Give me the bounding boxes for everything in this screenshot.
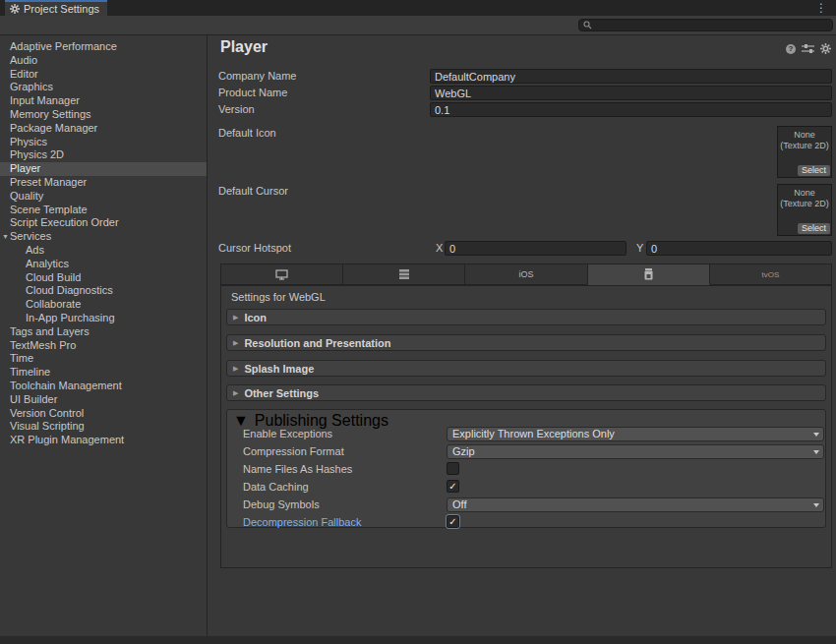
window-tab-title: Project Settings — [24, 3, 99, 15]
debug-symbols-dropdown[interactable]: Off — [447, 498, 824, 512]
tab-standalone[interactable] — [220, 263, 343, 285]
sidebar-item-graphics[interactable]: Graphics — [0, 81, 207, 94]
sidebar-item-physics-2d[interactable]: Physics 2D — [0, 148, 207, 162]
product-name-field[interactable] — [430, 86, 832, 100]
sidebar-item-tags-and-layers[interactable]: Tags and Layers — [0, 325, 207, 339]
sidebar-item-toolchain-management[interactable]: Toolchain Management — [0, 380, 207, 393]
company-name-field[interactable] — [430, 69, 832, 84]
search-box[interactable] — [578, 19, 833, 31]
sidebar-item-ads[interactable]: Ads — [0, 244, 207, 258]
sidebar-item-player[interactable]: Player — [0, 162, 207, 176]
page-title: Player — [220, 38, 268, 56]
sidebar-item-textmesh-pro[interactable]: TextMesh Pro — [0, 339, 207, 353]
sidebar-item-script-execution-order[interactable]: Script Execution Order — [0, 216, 207, 230]
sidebar-item-visual-scripting[interactable]: Visual Scripting — [0, 420, 207, 434]
version-field[interactable] — [430, 102, 832, 117]
tab-project-settings[interactable]: Project Settings — [5, 0, 107, 16]
foldout-resolution-and-presentation[interactable]: ▶ Resolution and Presentation — [226, 334, 826, 351]
search-input[interactable] — [595, 20, 828, 30]
sidebar-item-preset-manager[interactable]: Preset Manager — [0, 176, 207, 190]
webgl-settings-box: Settings for WebGL ▶ Icon ▶ Resolution a… — [220, 285, 832, 568]
chevron-down-icon: ▼ — [2, 230, 9, 244]
sidebar-item-services[interactable]: ▼ Services — [0, 230, 207, 244]
sidebar-item-input-manager[interactable]: Input Manager — [0, 94, 207, 108]
sidebar-item-memory-settings[interactable]: Memory Settings — [0, 108, 207, 122]
window-bottom-edge — [0, 636, 836, 644]
data-caching-checkbox[interactable]: ✓ — [447, 480, 459, 493]
tvos-tab-label: tvOS — [762, 270, 780, 279]
chevron-down-icon — [813, 433, 819, 437]
foldout-other-settings[interactable]: ▶ Other Settings — [226, 384, 826, 401]
sidebar-item-xr-plugin-management[interactable]: XR Plugin Management — [0, 434, 207, 447]
texture-none-text: None (Texture 2D) — [778, 130, 831, 151]
texture-none-text: None (Texture 2D) — [778, 188, 831, 209]
title-bar: Project Settings ⋮ — [0, 0, 836, 16]
version-label: Version — [218, 102, 255, 117]
help-icon[interactable]: ? — [786, 44, 796, 54]
sidebar-item-physics[interactable]: Physics — [0, 136, 207, 149]
default-icon-label: Default Icon — [218, 126, 276, 141]
sidebar-item-label: Services — [10, 230, 51, 242]
sidebar-item-timeline[interactable]: Timeline — [0, 366, 207, 380]
sidebar-item-scene-template[interactable]: Scene Template — [0, 204, 207, 217]
sidebar-item-cloud-build[interactable]: Cloud Build — [0, 271, 207, 285]
gear-icon — [10, 4, 20, 14]
sidebar-item-in-app-purchasing[interactable]: In-App Purchasing — [0, 312, 207, 325]
dropdown-value: Gzip — [452, 445, 475, 457]
product-name-label: Product Name — [218, 86, 287, 100]
name-files-as-hashes-checkbox[interactable] — [447, 462, 459, 475]
dropdown-value: Off — [452, 498, 466, 510]
settings-toolbar — [0, 16, 836, 35]
hotspot-y-field[interactable] — [646, 241, 832, 256]
foldout-icon[interactable]: ▶ Icon — [226, 309, 826, 325]
window-menu-icon[interactable]: ⋮ — [815, 1, 827, 15]
tab-tvos[interactable]: tvOS — [710, 263, 832, 285]
sidebar-item-collaborate[interactable]: Collaborate — [0, 298, 207, 312]
sidebar-item-quality[interactable]: Quality — [0, 190, 207, 204]
settings-for-webgl-title: Settings for WebGL — [231, 291, 326, 303]
select-texture-button[interactable]: Select — [798, 165, 830, 176]
sidebar-item-editor[interactable]: Editor — [0, 68, 207, 82]
debug-symbols-label: Debug Symbols — [243, 498, 320, 512]
default-cursor-label: Default Cursor — [218, 184, 288, 199]
decompression-fallback-checkbox[interactable]: ✓ — [447, 515, 459, 528]
tab-ios[interactable]: iOS — [465, 263, 587, 285]
chevron-right-icon: ▶ — [233, 389, 238, 397]
enable-exceptions-label: Enable Exceptions — [243, 427, 332, 441]
sidebar-item-audio[interactable]: Audio — [0, 54, 207, 68]
chevron-down-icon — [813, 503, 819, 507]
data-caching-label: Data Caching — [243, 480, 309, 495]
default-icon-texture-slot[interactable]: None (Texture 2D) Select — [777, 126, 832, 178]
sidebar-item-package-manager[interactable]: Package Manager — [0, 122, 207, 136]
tab-webgl[interactable] — [588, 263, 710, 285]
search-icon — [583, 21, 592, 29]
player-settings-panel: Player ? Company Name Product — [209, 35, 836, 636]
enable-exceptions-dropdown[interactable]: Explicitly Thrown Exceptions Only — [447, 427, 824, 441]
sidebar-item-version-control[interactable]: Version Control — [0, 407, 207, 421]
sidebar-item-analytics[interactable]: Analytics — [0, 258, 207, 271]
sidebar-item-time[interactable]: Time — [0, 352, 207, 366]
select-texture-button[interactable]: Select — [798, 223, 830, 234]
hotspot-x-field[interactable] — [445, 241, 627, 256]
foldout-splash-image[interactable]: ▶ Splash Image — [226, 360, 826, 377]
dropdown-value: Explicitly Thrown Exceptions Only — [452, 428, 615, 439]
gear-icon[interactable] — [820, 43, 831, 54]
webgl-device-icon — [644, 268, 653, 280]
publishing-settings-section: ▼ Publishing Settings Enable Exceptions … — [226, 409, 826, 528]
preset-icon[interactable] — [802, 43, 814, 54]
sidebar-item-adaptive-performance[interactable]: Adaptive Performance — [0, 40, 207, 54]
compression-format-dropdown[interactable]: Gzip — [447, 444, 824, 459]
header-icons: ? — [786, 43, 831, 54]
hotspot-x-label: X — [436, 241, 443, 256]
tab-dedicated-server[interactable] — [343, 263, 465, 285]
hotspot-y-label: Y — [636, 241, 643, 256]
sidebar-item-cloud-diagnostics[interactable]: Cloud Diagnostics — [0, 284, 207, 298]
decompression-fallback-label: Decompression Fallback — [243, 515, 361, 530]
compression-format-label: Compression Format — [243, 444, 344, 459]
sidebar-item-ui-builder[interactable]: UI Builder — [0, 393, 207, 407]
platform-tab-bar: iOS tvOS — [220, 263, 832, 285]
default-cursor-texture-slot[interactable]: None (Texture 2D) Select — [777, 184, 832, 236]
server-icon — [399, 269, 409, 279]
chevron-down-icon — [813, 450, 819, 454]
name-files-as-hashes-label: Name Files As Hashes — [243, 462, 352, 477]
